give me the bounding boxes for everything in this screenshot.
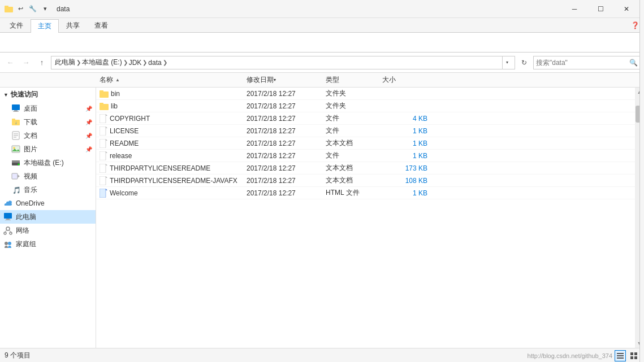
- file-icon: [100, 114, 107, 123]
- column-headers: 名称 ▲ 修改日期 ▾ 类型 大小: [0, 73, 644, 88]
- window-title: data: [57, 5, 70, 13]
- sidebar-item-pictures[interactable]: 图片 📌: [0, 142, 96, 156]
- sidebar-item-videos[interactable]: 视频: [0, 169, 96, 183]
- file-list: bin2017/2/18 12:27文件夹lib2017/2/18 12:27文…: [96, 88, 635, 348]
- maximize-button[interactable]: ☐: [587, 0, 613, 18]
- sidebar-item-drive-e[interactable]: 本地磁盘 (E:): [0, 156, 96, 169]
- search-icon[interactable]: 🔍: [629, 59, 638, 67]
- file-icon: [100, 127, 107, 136]
- file-type-cell: 文件夹: [326, 101, 382, 111]
- svg-rect-53: [630, 356, 633, 359]
- col-header-name[interactable]: 名称 ▲: [100, 75, 247, 85]
- file-row[interactable]: COPYRIGHT2017/2/18 12:27文件4 KB: [96, 112, 635, 125]
- sidebar-videos-label: 视频: [24, 172, 37, 181]
- ribbon-tabs: 文件 主页 共享 查看 ❓: [0, 18, 644, 33]
- refresh-button[interactable]: ↻: [517, 56, 531, 69]
- search-input[interactable]: [536, 59, 629, 67]
- view-large-icons-button[interactable]: [628, 350, 639, 361]
- svg-marker-18: [18, 175, 20, 178]
- svg-rect-2: [12, 104, 20, 110]
- sidebar-item-thispc[interactable]: 此电脑: [0, 210, 96, 224]
- svg-point-28: [5, 242, 8, 245]
- sidebar-item-docs[interactable]: 文档 📌: [0, 129, 96, 142]
- svg-rect-34: [100, 114, 106, 123]
- folder-icon: [100, 90, 109, 98]
- svg-point-16: [18, 164, 20, 165]
- outer-scrollbar: [639, 0, 644, 362]
- file-size-cell: 1 KB: [382, 152, 427, 160]
- quick-access-toolbar: ↩ 🔧 ▾: [5, 3, 51, 15]
- file-size-cell: 1 KB: [382, 127, 427, 135]
- sidebar-item-onedrive[interactable]: OneDrive: [0, 197, 96, 210]
- pin-icon-pic: 📌: [85, 146, 92, 152]
- svg-rect-46: [100, 189, 106, 198]
- svg-marker-35: [106, 114, 107, 116]
- file-row[interactable]: release2017/2/18 12:27文件1 KB: [96, 150, 635, 162]
- file-row[interactable]: Welcome2017/2/18 12:27HTML 文件1 KB: [96, 187, 635, 199]
- file-row[interactable]: lib2017/2/18 12:27文件夹: [96, 100, 635, 112]
- sidebar-item-downloads[interactable]: ↓ 下载 📌: [0, 115, 96, 129]
- sidebar-item-desktop[interactable]: 桌面 📌: [0, 102, 96, 115]
- svg-marker-41: [106, 151, 107, 153]
- col-header-date[interactable]: 修改日期 ▾: [247, 75, 326, 85]
- svg-rect-20: [4, 213, 12, 219]
- back-button[interactable]: ←: [3, 56, 17, 69]
- file-date-cell: 2017/2/18 12:27: [247, 164, 326, 172]
- sidebar-section-quickaccess[interactable]: ▼ 快速访问: [0, 88, 96, 102]
- svg-point-29: [8, 242, 11, 245]
- file-name-cell: lib: [100, 102, 247, 110]
- address-path[interactable]: 此电脑 ❯ 本地磁盘 (E:) ❯ JDK ❯ data ❯ ▾: [51, 56, 515, 69]
- file-type-cell: 文本文档: [326, 138, 382, 148]
- file-type-cell: 文件: [326, 126, 382, 136]
- tab-home[interactable]: 主页: [31, 19, 59, 33]
- file-date-cell: 2017/2/18 12:27: [247, 152, 326, 160]
- file-row[interactable]: THIRDPARTYLICENSEREADME2017/2/18 12:27文本…: [96, 162, 635, 175]
- close-button[interactable]: ✕: [613, 0, 639, 18]
- file-row[interactable]: LICENSE2017/2/18 12:27文件1 KB: [96, 125, 635, 137]
- up-button[interactable]: ↑: [35, 56, 49, 69]
- file-size-cell: 4 KB: [382, 115, 427, 123]
- file-date-cell: 2017/2/18 12:27: [247, 139, 326, 147]
- path-jdk: JDK: [129, 59, 142, 67]
- col-header-type[interactable]: 类型: [326, 75, 382, 85]
- quick-access-dropdown[interactable]: ▾: [40, 3, 51, 15]
- quick-access-properties[interactable]: 🔧: [27, 3, 38, 15]
- file-icon: [100, 151, 107, 160]
- svg-marker-43: [106, 164, 107, 165]
- tab-share[interactable]: 共享: [59, 19, 87, 32]
- docs-icon: [11, 131, 20, 140]
- address-dropdown[interactable]: ▾: [502, 56, 511, 69]
- ribbon: 文件 主页 共享 查看 ❓: [0, 18, 644, 53]
- svg-rect-12: [12, 146, 20, 152]
- pictures-icon: [11, 145, 20, 154]
- file-row[interactable]: THIRDPARTYLICENSEREADME-JAVAFX2017/2/18 …: [96, 175, 635, 187]
- tab-view[interactable]: 查看: [87, 19, 115, 32]
- svg-rect-54: [634, 356, 637, 359]
- sidebar-item-homegroup[interactable]: 家庭组: [0, 237, 96, 251]
- thispc-icon: [3, 212, 12, 221]
- minimize-button[interactable]: ─: [561, 0, 587, 18]
- file-row[interactable]: bin2017/2/18 12:27文件夹: [96, 88, 635, 100]
- tab-file[interactable]: 文件: [2, 19, 31, 32]
- html-icon: [100, 189, 107, 198]
- folder-icon: [100, 102, 109, 110]
- quick-access-undo[interactable]: ↩: [15, 3, 26, 15]
- svg-rect-1: [5, 6, 8, 8]
- sidebar-item-music[interactable]: 🎵 音乐: [0, 183, 96, 197]
- file-row[interactable]: README2017/2/18 12:27文本文档1 KB: [96, 137, 635, 150]
- svg-point-24: [4, 232, 6, 234]
- path-data: data: [148, 59, 161, 67]
- col-header-size[interactable]: 大小: [382, 75, 427, 85]
- svg-rect-15: [12, 160, 20, 163]
- forward-button[interactable]: →: [19, 56, 33, 69]
- status-right: http://blog.csdn.net/github_374: [528, 350, 639, 361]
- svg-rect-51: [630, 352, 633, 355]
- sidebar-music-label: 音乐: [24, 185, 37, 195]
- file-date-cell: 2017/2/18 12:27: [247, 102, 326, 110]
- sidebar-quickaccess-label: 快速访问: [11, 90, 38, 99]
- pin-icon: 📌: [85, 106, 92, 112]
- file-name-cell: COPYRIGHT: [100, 114, 247, 123]
- view-details-button[interactable]: [615, 350, 626, 361]
- title-bar-left: ↩ 🔧 ▾ data: [5, 3, 70, 15]
- sidebar-item-network[interactable]: 网络: [0, 224, 96, 237]
